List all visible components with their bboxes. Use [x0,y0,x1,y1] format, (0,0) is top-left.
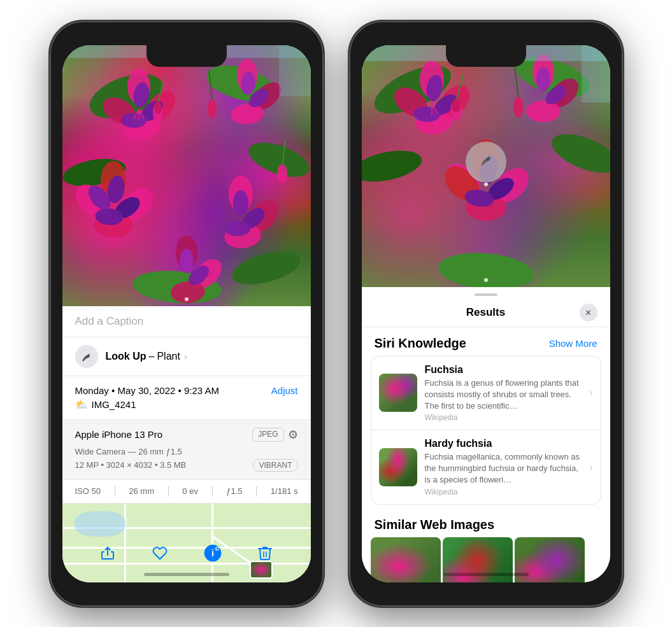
device-name: Apple iPhone 13 Pro [75,429,163,440]
svg-rect-48 [279,45,311,96]
home-indicator-right [443,573,529,576]
exif-aperture: ƒ1.5 [226,486,242,496]
exif-focal: 26 mm [129,486,154,496]
fuchsia-text: Fuchsia Fuchsia is a genus of flowering … [425,364,582,423]
trash-icon [258,546,272,561]
hardy-source: Wikipedia [425,488,582,497]
web-images-header: Similar Web Images [362,509,610,537]
svg-point-38 [180,249,194,273]
flower-photo-left[interactable] [62,45,311,306]
hardy-thumb [379,448,417,486]
favorite-button[interactable] [146,539,174,567]
phones-container: Add a Caption Look Up – Plant › [50,21,623,607]
web-images-title: Similar Web Images [375,518,495,532]
adjust-button[interactable]: Adjust [271,385,298,396]
svg-text:✦: ✦ [215,546,219,552]
fuchsia-thumb [379,374,417,412]
right-phone: Results × Siri Knowledge Show More [349,21,623,607]
exif-shutter: 1/181 s [271,486,298,496]
info-button[interactable]: i ✦ [199,539,227,567]
settings-icon[interactable]: ⚙ [288,428,298,442]
svg-point-42 [154,101,162,114]
svg-point-87 [452,99,461,113]
cloud-icon: ⛅ [75,398,88,411]
lookup-label: Look Up – Plant › [106,351,187,362]
svg-point-75 [536,67,550,92]
info-icon: i ✦ [204,544,222,562]
caption-area[interactable]: Add a Caption [62,306,311,337]
svg-point-74 [526,101,561,122]
bottom-toolbar: i ✦ [62,539,311,567]
leaf-visual-icon [476,151,496,172]
format-badge: JPEG [252,428,283,442]
results-header: Results × [362,296,610,327]
photo-info-section: Monday • May 30, 2022 • 9:23 AM Adjust ⛅… [62,376,311,420]
svg-point-5 [229,245,304,290]
svg-point-89 [513,97,524,117]
web-images-section: Similar Web Images [362,509,610,582]
camera-info: Wide Camera — 26 mm ƒ1.5 [75,447,298,456]
knowledge-item-fuchsia[interactable]: Fuchsia Fuchsia is a genus of flowering … [371,356,601,430]
svg-rect-91 [582,45,610,102]
flower-svg-left [62,45,311,306]
notch [147,45,227,67]
show-more-button[interactable]: Show More [549,338,597,349]
lookup-icon [75,345,98,368]
results-title: Results [392,306,580,319]
left-screen: Add a Caption Look Up – Plant › [62,45,311,582]
share-icon [100,546,115,561]
exif-row: ISO 50 26 mm 0 ev ƒ1.5 1/181 s [62,480,311,504]
vibrant-badge: VIBRANT [253,459,297,472]
siri-knowledge-header: Siri Knowledge Show More [362,327,610,356]
home-indicator [144,573,229,576]
exif-iso: ISO 50 [75,486,101,496]
device-section: Apple iPhone 13 Pro JPEG ⚙ Wide Camera —… [62,420,311,480]
mp-info: 12 MP • 3024 × 4032 • 3.5 MB [75,460,187,470]
delete-button[interactable] [251,539,279,567]
flower-photo-right[interactable] [362,45,610,287]
svg-point-46 [277,164,287,183]
svg-point-32 [233,190,248,216]
svg-text:i: i [211,548,214,558]
right-screen: Results × Siri Knowledge Show More [362,45,610,582]
exif-ev: 0 ev [182,486,198,496]
fuchsia-desc: Fuchsia is a genus of flowering plants t… [425,377,582,412]
hardy-title: Hardy fuchsia [425,438,582,449]
knowledge-card: Fuchsia Fuchsia is a genus of flowering … [371,356,601,505]
siri-knowledge-title: Siri Knowledge [375,336,466,351]
svg-point-44 [208,99,217,118]
svg-point-34 [225,221,250,236]
web-image-1[interactable] [371,537,441,582]
photo-filename: ⛅ IMG_4241 [75,398,298,411]
heart-icon [152,546,168,561]
leaf-icon [80,350,93,363]
share-button[interactable] [94,539,122,567]
svg-point-12 [121,113,147,128]
caption-placeholder: Add a Caption [75,315,144,327]
fuchsia-source: Wikipedia [425,413,582,422]
fuchsia-title: Fuchsia [425,364,582,376]
results-panel: Results × Siri Knowledge Show More [362,287,610,582]
hardy-desc: Fuchsia magellanica, commonly known as t… [425,451,582,486]
fuchsia-chevron: › [589,387,592,398]
hardy-chevron: › [589,461,592,473]
lookup-row[interactable]: Look Up – Plant › [62,337,311,376]
hardy-text: Hardy fuchsia Fuchsia magellanica, commo… [425,438,582,497]
left-phone: Add a Caption Look Up – Plant › [50,21,324,607]
photo-date: Monday • May 30, 2022 • 9:23 AM [75,385,219,396]
notch-right [446,45,526,67]
close-button[interactable]: × [580,304,597,321]
visual-search-button[interactable] [466,141,506,182]
knowledge-item-hardy[interactable]: Hardy fuchsia Fuchsia magellanica, commo… [371,430,601,504]
